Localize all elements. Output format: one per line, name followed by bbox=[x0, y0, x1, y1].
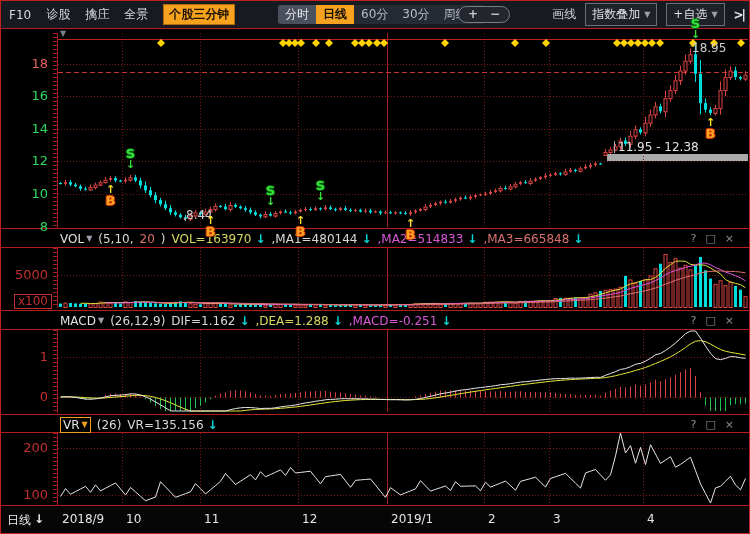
macd-axis-label: 0 bbox=[0, 390, 48, 404]
tab-daily[interactable]: 日线 bbox=[316, 5, 354, 24]
header-value: ,MA3=665848 bbox=[483, 232, 569, 246]
menu-panorama[interactable]: 全景 bbox=[124, 6, 148, 23]
chevron-down-icon: ▼ bbox=[82, 420, 88, 429]
maximize-icon[interactable]: □ bbox=[705, 314, 715, 327]
month-label[interactable]: 2019/1 bbox=[391, 512, 433, 526]
main-axis-label: 16 bbox=[0, 89, 48, 103]
close-icon[interactable]: × bbox=[725, 232, 734, 245]
chevron-down-icon: ▼ bbox=[98, 316, 104, 325]
high-price-label: 18.95 bbox=[692, 42, 726, 54]
vr-indicator-selector[interactable]: VR▼ bbox=[60, 417, 91, 433]
header-value: (5,10, bbox=[98, 232, 133, 246]
vr-axis-label: 200 bbox=[0, 441, 48, 455]
zoom-in-button[interactable]: + bbox=[468, 8, 478, 21]
add-watchlist-button[interactable]: +自选 ▼ bbox=[666, 3, 724, 26]
vr-title: VR bbox=[63, 418, 80, 432]
main-axis-label: 10 bbox=[0, 187, 48, 201]
period-selector[interactable]: 日线 ↓ bbox=[7, 512, 44, 529]
zoom-out-button[interactable]: − bbox=[490, 8, 500, 21]
chevron-down-icon: ▼ bbox=[711, 10, 717, 19]
macd-indicator-selector[interactable]: MACD▼ bbox=[60, 314, 104, 328]
header-value: DIF=1.162 bbox=[171, 314, 235, 328]
header-value: ) bbox=[161, 232, 166, 246]
header-down-arrow-icon: ↓ bbox=[208, 418, 218, 432]
menu-diagnose-stock[interactable]: 诊股 bbox=[46, 6, 70, 23]
chevron-down-icon: ▼ bbox=[86, 234, 92, 243]
close-icon[interactable]: × bbox=[725, 314, 734, 327]
panel-window-icons: ?□× bbox=[691, 230, 734, 247]
period-selector-label: 日线 bbox=[7, 512, 31, 529]
bottom-axis: 日线 ↓ 2018/91011122019/1234 bbox=[1, 506, 749, 533]
panel-window-icons: ?□× bbox=[691, 416, 734, 433]
help-icon[interactable]: ? bbox=[691, 314, 697, 327]
main-axis-label: 8 bbox=[0, 220, 48, 234]
down-arrow-icon: ↓ bbox=[34, 512, 44, 529]
vr-panel-header: VR▼(26)VR=135.156↓?□× bbox=[60, 416, 748, 433]
header-value: ,MACD=-0.251 bbox=[349, 314, 438, 328]
header-value: VR=135.156 bbox=[127, 418, 203, 432]
main-axis-label: 14 bbox=[0, 122, 48, 136]
stock-chart-window: F10 诊股 擒庄 全景 个股三分钟 分时 日线 60分 30分 周线 ▼ + … bbox=[0, 0, 750, 534]
month-label[interactable]: 2018/9 bbox=[62, 512, 104, 526]
header-down-arrow-icon: ↓ bbox=[467, 232, 477, 246]
zoom-controls: + − bbox=[458, 6, 510, 23]
header-value: VOL=163970 bbox=[171, 232, 251, 246]
stock-3min-button[interactable]: 个股三分钟 bbox=[163, 4, 235, 25]
index-overlay-label: 指数叠加 bbox=[592, 6, 640, 23]
macd-axis-label: 1 bbox=[0, 350, 48, 364]
tab-30min[interactable]: 30分 bbox=[395, 5, 436, 24]
panel-window-icons: ?□× bbox=[691, 312, 734, 329]
help-icon[interactable]: ? bbox=[691, 418, 697, 431]
toolbar-right-menu: 画线 指数叠加 ▼ +自选 ▼ >| bbox=[552, 1, 744, 28]
header-value: (26,12,9) bbox=[110, 314, 165, 328]
header-down-arrow-icon: ↓ bbox=[573, 232, 583, 246]
month-label[interactable]: 10 bbox=[126, 512, 141, 526]
header-down-arrow-icon: ↓ bbox=[333, 314, 343, 328]
period-tab-group: 分时 日线 60分 30分 周线 ▼ bbox=[278, 5, 485, 24]
header-down-arrow-icon: ↓ bbox=[441, 314, 451, 328]
header-value: ,MA1=480144 bbox=[272, 232, 358, 246]
header-down-arrow-icon: ↓ bbox=[239, 314, 249, 328]
draw-line-button[interactable]: 画线 bbox=[552, 6, 576, 23]
month-label[interactable]: 11 bbox=[204, 512, 219, 526]
toolbar-left-menu: F10 诊股 擒庄 全景 个股三分钟 bbox=[9, 1, 235, 28]
month-label[interactable]: 12 bbox=[302, 512, 317, 526]
toolbar: F10 诊股 擒庄 全景 个股三分钟 分时 日线 60分 30分 周线 ▼ + … bbox=[1, 1, 749, 28]
tab-intraday[interactable]: 分时 bbox=[278, 5, 316, 24]
month-label[interactable]: 4 bbox=[647, 512, 655, 526]
vol-indicator-selector[interactable]: VOL▼ bbox=[60, 232, 92, 246]
volume-unit-label: x100 bbox=[14, 294, 52, 309]
month-label[interactable]: 2 bbox=[488, 512, 496, 526]
gap-zone-label: 11.95 - 12.38 bbox=[614, 141, 699, 153]
low-price-label: 8.44 bbox=[186, 209, 213, 221]
close-icon[interactable]: × bbox=[725, 418, 734, 431]
maximize-icon[interactable]: □ bbox=[705, 232, 715, 245]
menu-catch-banker[interactable]: 擒庄 bbox=[85, 6, 109, 23]
main-indicator-dropdown-icon[interactable]: ▼ bbox=[60, 29, 66, 38]
vol-panel-header: VOL▼(5,10,20)VOL=163970↓,MA1=480144↓,MA2… bbox=[60, 230, 748, 247]
vol-title: VOL bbox=[60, 232, 84, 246]
macd-panel-header: MACD▼(26,12,9)DIF=1.162↓,DEA=1.288↓,MACD… bbox=[60, 312, 748, 329]
tab-60min[interactable]: 60分 bbox=[354, 5, 395, 24]
header-value: ,MA2=514833 bbox=[377, 232, 463, 246]
header-value: 20 bbox=[140, 232, 155, 246]
main-axis-label: 12 bbox=[0, 154, 48, 168]
main-axis-label: 18 bbox=[0, 57, 48, 71]
maximize-icon[interactable]: □ bbox=[705, 418, 715, 431]
header-value: ,DEA=1.288 bbox=[255, 314, 328, 328]
help-icon[interactable]: ? bbox=[691, 232, 697, 245]
chart-canvas[interactable] bbox=[0, 0, 750, 534]
vol-axis-label: 5000 bbox=[0, 268, 48, 282]
chevron-down-icon: ▼ bbox=[644, 10, 650, 19]
month-label[interactable]: 3 bbox=[553, 512, 561, 526]
collapse-panel-icon[interactable]: >| bbox=[734, 8, 744, 22]
menu-f10[interactable]: F10 bbox=[9, 8, 31, 22]
index-overlay-button[interactable]: 指数叠加 ▼ bbox=[585, 3, 657, 26]
add-watchlist-label: +自选 bbox=[673, 6, 707, 23]
header-value: (26) bbox=[97, 418, 122, 432]
macd-title: MACD bbox=[60, 314, 96, 328]
header-down-arrow-icon: ↓ bbox=[255, 232, 265, 246]
header-down-arrow-icon: ↓ bbox=[361, 232, 371, 246]
vr-axis-label: 100 bbox=[0, 488, 48, 502]
